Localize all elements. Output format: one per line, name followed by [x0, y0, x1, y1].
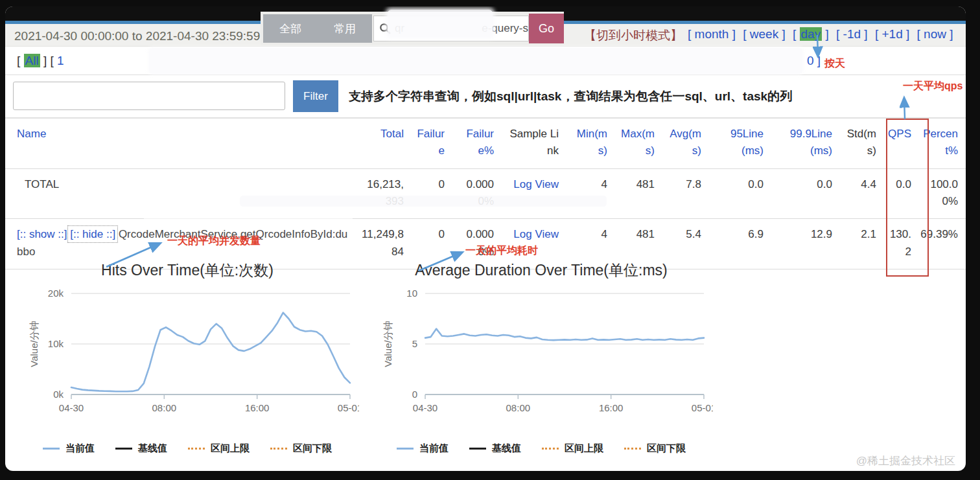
cell-max: 481	[615, 168, 662, 219]
hits-annotation: 一天的平均并发数量	[167, 234, 261, 248]
legend-item[interactable]: 区间下限	[270, 442, 332, 455]
legend-label: 区间上限	[565, 442, 603, 455]
cell-999line: 12.9	[771, 219, 840, 269]
filter-button[interactable]: Filter	[293, 80, 338, 112]
col-sample-link: Sample Link	[502, 119, 566, 169]
cell-999line: 0.0	[771, 168, 840, 219]
svg-text:0: 0	[412, 389, 417, 400]
svg-text:04-30: 04-30	[413, 402, 438, 413]
chart-legend: 当前值基线值区间上限区间下限	[369, 442, 713, 455]
dots-orange-swatch-icon	[624, 448, 641, 450]
chart-plot-area: 20k10k0k04-3008:0016:0005-01Value/分钟	[16, 282, 359, 422]
filter-help-text: 支持多个字符串查询，例如sql|url|task，查询结果为包含任一sql、ur…	[349, 88, 792, 105]
svg-text:5: 5	[412, 338, 417, 349]
search-scope-tabs: 全部 常用	[263, 14, 372, 43]
bracket: [	[17, 54, 20, 67]
col-std: Std(ms)	[840, 119, 884, 169]
dots-orange-swatch-icon	[270, 448, 287, 450]
nav-month-link[interactable]: [ month ]	[688, 27, 736, 41]
nav-day-link[interactable]: [ day ]	[793, 27, 829, 41]
redaction-blur	[144, 209, 353, 229]
switch-hour-mode-link[interactable]: 【切到小时模式】	[584, 27, 682, 44]
legend-item[interactable]: 当前值	[397, 442, 449, 455]
day-annotation: 按天	[824, 57, 845, 71]
svg-text:10k: 10k	[48, 338, 64, 349]
col-failure[interactable]: Failure	[412, 119, 452, 169]
legend-item[interactable]: 基线值	[115, 442, 167, 455]
cell-sample: Log View	[502, 168, 566, 219]
dots-orange-swatch-icon	[542, 448, 559, 450]
chart-title: Hits Over Time(单位:次数)	[16, 260, 359, 280]
hits-over-time-chart: Hits Over Time(单位:次数) 20k10k0k04-3008:00…	[16, 258, 359, 455]
tab-frequent[interactable]: 常用	[334, 21, 356, 36]
legend-label: 基线值	[138, 442, 167, 455]
nav-minus1d-link[interactable]: [ -1d ]	[836, 27, 868, 41]
screenshot-frame: 2021-04-30 00:00:00 to 2021-04-30 23:59:…	[0, 0, 980, 480]
col-max[interactable]: Max(ms)	[615, 119, 662, 169]
line-black-swatch-icon	[115, 448, 132, 450]
cell-min: 4	[566, 168, 615, 219]
chart-plot-area: 105004-3008:0016:0005-01Value/分钟	[369, 282, 713, 422]
nav-plus1d-link[interactable]: [ +1d ]	[875, 27, 909, 41]
line-blue-swatch-icon	[397, 448, 414, 450]
legend-item[interactable]: 基线值	[469, 442, 521, 455]
all-machines-link[interactable]: All	[24, 54, 40, 67]
legend-item[interactable]: 区间上限	[542, 442, 603, 455]
cell-std: 2.1	[840, 219, 884, 269]
legend-item[interactable]: 区间上限	[188, 442, 250, 455]
filter-input[interactable]	[13, 82, 285, 110]
date-range-label: 2021-04-30 00:00:00 to 2021-04-30 23:59:…	[14, 27, 260, 46]
cell-qps: 0.0	[884, 168, 919, 219]
line-black-swatch-icon	[469, 448, 486, 450]
tab-all-domains[interactable]: 全部	[279, 21, 301, 36]
col-min[interactable]: Min(ms)	[566, 119, 615, 169]
table-header-row: Name Total Failure Failure% Sample Link …	[5, 119, 966, 169]
cell-total: 16,213,393	[361, 168, 412, 219]
cell-failure-pct: 0.0000%	[452, 168, 502, 219]
bracket: ] [	[43, 54, 54, 67]
cell-std: 4.4	[840, 168, 884, 219]
col-qps[interactable]: QPS	[884, 119, 919, 169]
chart-legend: 当前值基线值区间上限区间下限	[16, 442, 359, 455]
qps-annotation: 一天平均qps	[903, 80, 962, 93]
filter-band: Filter 支持多个字符串查询，例如sql|url|task，查询结果为包含任…	[5, 75, 966, 118]
go-button[interactable]: Go	[529, 14, 564, 43]
cell-avg: 7.8	[662, 168, 709, 219]
svg-text:08:00: 08:00	[506, 402, 531, 413]
col-999line[interactable]: 99.9Line (ms)	[771, 119, 840, 169]
log-view-link[interactable]: Log View	[513, 228, 559, 240]
annotation-arrow-down-icon	[813, 34, 823, 62]
col-total[interactable]: Total	[361, 119, 412, 169]
chart-plot: 20k10k0k04-3008:0016:0005-01Value/分钟	[16, 282, 359, 419]
col-percent[interactable]: Percent%	[919, 119, 966, 169]
svg-text:10: 10	[406, 288, 417, 299]
legend-label: 当前值	[65, 442, 95, 455]
col-name[interactable]: Name	[5, 119, 361, 169]
svg-text:08:00: 08:00	[152, 402, 177, 413]
nav-week-link[interactable]: [ week ]	[743, 27, 785, 41]
col-avg[interactable]: Avg(ms)	[662, 119, 709, 169]
log-view-link[interactable]: Log View	[513, 178, 559, 190]
chart-plot: 105004-3008:0016:0005-01Value/分钟	[369, 282, 713, 419]
show-link[interactable]: [:: show ::]	[17, 228, 67, 240]
legend-label: 区间上限	[211, 442, 250, 455]
svg-text:05-01: 05-01	[692, 402, 713, 413]
legend-label: 区间下限	[293, 442, 332, 455]
watermark: @稀土掘金技术社区	[856, 453, 955, 468]
line-blue-swatch-icon	[43, 448, 60, 450]
cell-qps: 130.2	[884, 219, 919, 269]
cell-percent: 100.00%	[919, 168, 966, 219]
redaction-blur	[240, 196, 607, 207]
legend-item[interactable]: 当前值	[43, 442, 95, 455]
nav-now-link[interactable]: [ now ]	[917, 27, 953, 41]
svg-text:16:00: 16:00	[245, 402, 270, 413]
avg-duration-over-time-chart: Average Duration Over Time(单位:ms) 105004…	[369, 258, 713, 455]
col-95line[interactable]: 95Line (ms)	[709, 119, 771, 169]
annotation-arrow-up-icon	[900, 92, 910, 120]
app-window: 2021-04-30 00:00:00 to 2021-04-30 23:59:…	[5, 6, 966, 471]
legend-item[interactable]: 区间下限	[624, 442, 686, 455]
col-failure-pct[interactable]: Failure%	[452, 119, 502, 169]
machine-link-start[interactable]: 1	[57, 54, 64, 67]
duration-annotation: 一天的平均耗时	[465, 244, 538, 258]
cell-failure: 0	[412, 168, 452, 219]
